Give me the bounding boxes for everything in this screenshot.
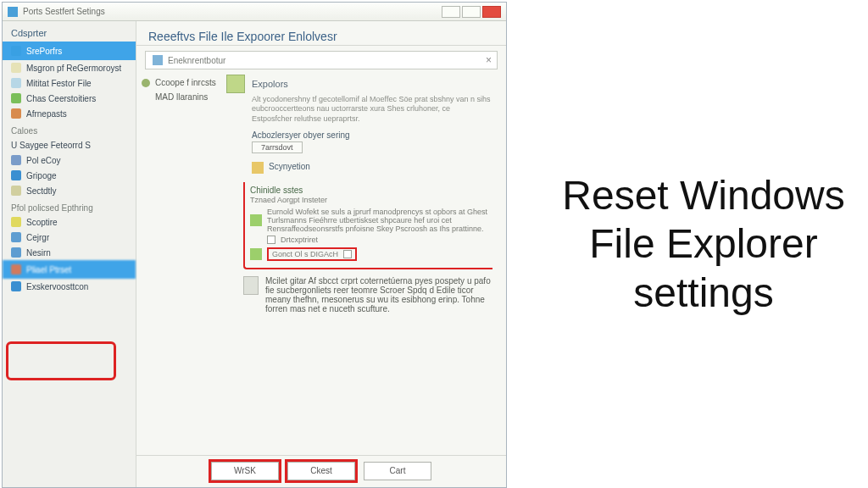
- sidebar-item-label: Pliael Ptrset: [26, 265, 71, 274]
- folder-icon: [11, 78, 21, 88]
- item-icon: [11, 264, 21, 274]
- check-icon: [250, 214, 262, 226]
- left-subnav: Ccoope f inrcsts MAD llaranins: [136, 69, 221, 455]
- check-icon: [250, 248, 262, 260]
- sidebar-item-label: Chas Ceerstoitiers: [26, 94, 96, 103]
- group-subtitle: Tznaed Aorgpt Insteter: [250, 196, 327, 204]
- file-icon: [243, 276, 259, 295]
- sidebar-item-label: Exskervoosttcon: [26, 282, 88, 291]
- item-icon: [11, 281, 21, 291]
- sidebar-item-label: Cejrgr: [26, 233, 49, 242]
- left-subnav-label: Ccoope f inrcsts: [155, 78, 216, 87]
- sidebar-item-label: Nesirn: [26, 248, 51, 258]
- sidebar: Cdsprter SrePorfrs Msgron pf ReGermoroys…: [3, 21, 136, 487]
- sidebar-item-label: Pol eCoy: [26, 156, 61, 165]
- clear-icon[interactable]: ×: [486, 54, 492, 66]
- sidebar-item-4[interactable]: Afrnepasts: [3, 106, 136, 121]
- sidebar-item-c3[interactable]: Pliael Ptrset: [3, 260, 136, 279]
- folder-icon: [11, 93, 21, 103]
- sidebar-item-label: Mititat Festor File: [26, 79, 92, 88]
- sidebar-item-label: Msgron pf ReGermoroyst: [26, 64, 121, 73]
- settings-window: Ports Sestfert Setings Cdsprter SrePorfr…: [2, 2, 507, 488]
- breadcrumb-icon: [153, 55, 163, 65]
- setting-label: Acbozlersyer obyer sering: [252, 130, 492, 140]
- sidebar-item-0[interactable]: SrePorfrs: [3, 42, 136, 60]
- highlighted-group: Chinidle sstes Tznaed Aorgpt Insteter Eu…: [243, 182, 492, 270]
- checkbox-label: Drtcxptriret: [281, 236, 318, 244]
- sidebar-item-c1[interactable]: Cejrgr: [3, 230, 136, 245]
- sidebar-section-head-2: Pfol policsed Epthring: [3, 198, 136, 214]
- info-text: Mcilet gitar Af sbcct crprt coternetúern…: [265, 276, 492, 313]
- cancel-button[interactable]: Cart: [364, 462, 431, 480]
- maximize-button[interactable]: [462, 6, 481, 18]
- group-title: Chinidle sstes: [250, 186, 303, 195]
- close-button-dlg[interactable]: Ckest: [287, 462, 355, 480]
- sidebar-item-c4[interactable]: Exskervoosttcon: [3, 279, 136, 294]
- checkbox[interactable]: [267, 236, 275, 244]
- section-description: Alt ycodonershny tf gecotellomif al Moef…: [252, 95, 492, 124]
- left-subnav-item[interactable]: MAD llaranins: [142, 92, 216, 102]
- sidebar-item-label: Gripoge: [26, 171, 57, 180]
- drive-icon: [11, 170, 21, 180]
- item-icon: [11, 217, 21, 227]
- sidebar-item-label: Scoptire: [26, 218, 58, 227]
- window-title: Ports Sestfert Setings: [23, 7, 105, 16]
- folder-icon: [11, 108, 21, 119]
- shield-icon: [252, 162, 264, 174]
- sidebar-item-label: SrePorfrs: [26, 47, 62, 56]
- ok-button[interactable]: WrSK: [211, 462, 279, 480]
- sidebar-item-b3[interactable]: Sectdtly: [3, 183, 136, 198]
- group-text: Eurnold Wofekt se suls a jprurf manodpre…: [267, 208, 491, 234]
- sidebar-item-2[interactable]: Mititat Festor File: [3, 75, 136, 91]
- section-title: Expolors: [252, 79, 288, 89]
- highlighted-checkbox[interactable]: Gonct Ol s DIGAcH: [267, 247, 357, 261]
- sidebar-item-3[interactable]: Chas Ceerstoitiers: [3, 91, 136, 106]
- main-panel: Reeeftvs File Ile Expoorer Enlolvesr Ene…: [136, 21, 506, 487]
- section-icon: [226, 75, 245, 93]
- sidebar-item-c2[interactable]: Nesirn: [3, 245, 136, 260]
- sidebar-section-head: Caloes: [3, 121, 136, 137]
- titlebar: Ports Sestfert Setings: [3, 3, 506, 21]
- page-title: Reeeftvs File Ile Expoorer Enlolvesr: [136, 21, 506, 46]
- content-area: Expolors Alt ycodonershny tf gecotellomi…: [221, 69, 506, 455]
- sidebar-item-1[interactable]: Msgron pf ReGermoroyst: [3, 60, 136, 75]
- promo-caption: Reset Windows File Explorer settings: [542, 0, 865, 488]
- setting-label: Scynyetion: [269, 162, 310, 171]
- drive-icon: [11, 186, 21, 196]
- bullet-icon: [142, 79, 150, 87]
- folder-icon: [11, 63, 21, 73]
- sidebar-item-label: Sectdtly: [26, 186, 57, 196]
- folder-icon: [11, 46, 21, 56]
- sidebar-item-b2[interactable]: Gripoge: [3, 168, 136, 183]
- button-bar: WrSK Ckest Cart: [136, 455, 506, 487]
- breadcrumb[interactable]: Eneknrentbotur ×: [145, 51, 498, 69]
- sidebar-item-b0[interactable]: U Saygee Feteorrd S: [3, 137, 136, 152]
- setting-button[interactable]: 7arrsdovt: [252, 141, 303, 153]
- close-button[interactable]: [482, 6, 501, 18]
- left-subnav-item[interactable]: Ccoope f inrcsts: [142, 78, 216, 87]
- breadcrumb-text: Eneknrentbotur: [168, 56, 225, 65]
- sidebar-item-c0[interactable]: Scoptire: [3, 214, 136, 230]
- left-subnav-label: MAD llaranins: [155, 92, 208, 102]
- item-icon: [11, 232, 21, 242]
- checkbox[interactable]: [343, 250, 352, 258]
- sidebar-item-label: U Saygee Feteorrd S: [11, 141, 91, 150]
- checkbox-label: Gonct Ol s DIGAcH: [272, 250, 338, 258]
- drive-icon: [11, 155, 21, 165]
- sidebar-item-label: Afrnepasts: [26, 109, 67, 119]
- app-icon: [8, 7, 18, 17]
- sidebar-item-b1[interactable]: Pol eCoy: [3, 152, 136, 168]
- minimize-button[interactable]: [442, 6, 460, 18]
- item-icon: [11, 247, 21, 258]
- sidebar-tab[interactable]: Cdsprter: [3, 25, 136, 42]
